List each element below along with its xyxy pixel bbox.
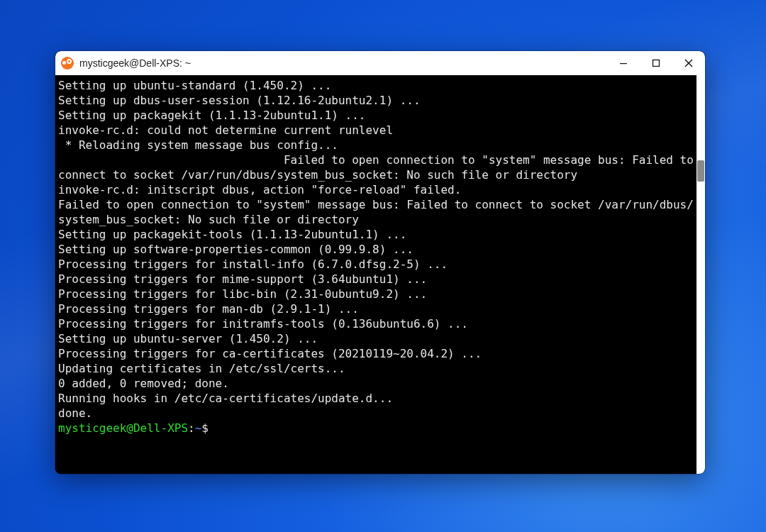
terminal-viewport[interactable]: Setting up ubuntu-standard (1.450.2) ...… [55, 75, 705, 474]
terminal-line: Setting up ubuntu-standard (1.450.2) ... [58, 78, 694, 93]
terminal-line: Processing triggers for mime-support (3.… [58, 272, 694, 287]
prompt-path: ~ [195, 421, 202, 435]
maximize-button[interactable] [640, 51, 672, 75]
minimize-icon [619, 59, 628, 67]
terminal-line: Setting up dbus-user-session (1.12.16-2u… [58, 93, 694, 108]
close-button[interactable] [672, 51, 705, 75]
terminal-window: mysticgeek@Dell-XPS: ~ [55, 51, 705, 474]
minimize-button[interactable] [607, 51, 640, 75]
terminal-output[interactable]: Setting up ubuntu-standard (1.450.2) ...… [55, 77, 696, 472]
prompt-host: @Dell-XPS [126, 421, 188, 435]
close-icon [684, 59, 693, 67]
prompt-user: mysticgeek [58, 421, 126, 435]
window-controls [607, 51, 705, 75]
terminal-line: Updating certificates in /etc/ssl/certs.… [58, 361, 694, 376]
desktop-background: mysticgeek@Dell-XPS: ~ [0, 0, 766, 532]
terminal-line: Processing triggers for initramfs-tools … [58, 316, 694, 331]
prompt-separator: : [188, 421, 195, 435]
ubuntu-icon [61, 57, 74, 70]
terminal-line: Processing triggers for man-db (2.9.1-1)… [58, 301, 694, 316]
titlebar[interactable]: mysticgeek@Dell-XPS: ~ [55, 51, 705, 75]
terminal-line: Processing triggers for install-info (6.… [58, 257, 694, 272]
scrollbar-track[interactable] [696, 75, 705, 474]
terminal-line: Setting up software-properties-common (0… [58, 242, 694, 257]
svg-rect-0 [620, 63, 627, 64]
terminal-line: Failed to open connection to "system" me… [58, 153, 694, 182]
terminal-line: invoke-rc.d: could not determine current… [58, 123, 694, 138]
terminal-line: Running hooks in /etc/ca-certificates/up… [58, 391, 694, 406]
terminal-line: Processing triggers for libc-bin (2.31-0… [58, 287, 694, 301]
window-title: mysticgeek@Dell-XPS: ~ [79, 57, 607, 69]
scrollbar-thumb[interactable] [697, 160, 704, 182]
terminal-line: Setting up packagekit-tools (1.1.13-2ubu… [58, 227, 694, 242]
terminal-line: * Reloading system message bus config... [58, 138, 694, 153]
terminal-line: Setting up ubuntu-server (1.450.2) ... [58, 331, 694, 346]
maximize-icon [652, 59, 660, 67]
terminal-line: invoke-rc.d: initscript dbus, action "fo… [58, 182, 694, 197]
terminal-prompt[interactable]: mysticgeek@Dell-XPS:~$ [58, 421, 694, 436]
terminal-line: done. [58, 406, 694, 421]
terminal-line: Failed to open connection to "system" me… [58, 197, 694, 227]
prompt-dollar: $ [201, 421, 215, 435]
terminal-line: Processing triggers for ca-certificates … [58, 346, 694, 361]
terminal-line: 0 added, 0 removed; done. [58, 376, 694, 391]
svg-rect-1 [653, 60, 660, 67]
terminal-line: Setting up packagekit (1.1.13-2ubuntu1.1… [58, 108, 694, 123]
